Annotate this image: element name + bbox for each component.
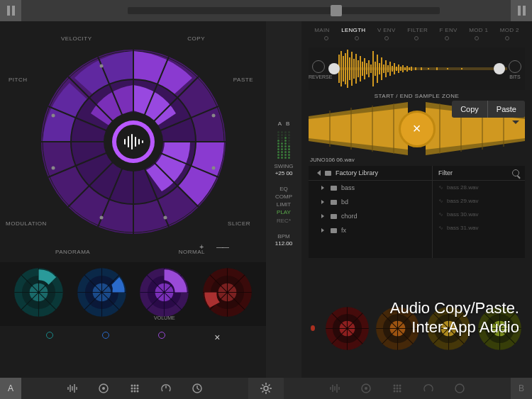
- pattern-b-label: B: [519, 383, 524, 393]
- svg-point-25: [211, 167, 215, 170]
- waveform-mode-icon[interactable]: [329, 383, 340, 394]
- plus-icon[interactable]: +: [199, 243, 204, 251]
- folder-row[interactable]: bd: [309, 195, 432, 209]
- grid-mode-icon[interactable]: [129, 383, 140, 394]
- scrubber-handle[interactable]: [331, 5, 342, 16]
- bits-control[interactable]: BITS: [505, 59, 525, 79]
- folder-icon: [331, 214, 337, 219]
- waveform-mode-icon[interactable]: [67, 383, 78, 394]
- label-a[interactable]: A: [278, 120, 282, 127]
- svg-rect-83: [394, 63, 395, 74]
- pause-button-right[interactable]: [511, 0, 532, 21]
- file-row[interactable]: ∿bass 29.wav: [433, 194, 525, 208]
- tab-mod1[interactable]: MOD 1: [469, 27, 488, 33]
- expand-icon: [321, 186, 326, 190]
- svg-line-164: [269, 391, 270, 393]
- right-mini-1[interactable]: [324, 305, 370, 352]
- ab-selector[interactable]: A B: [278, 120, 290, 127]
- svg-point-21: [99, 64, 103, 68]
- browser-root-row[interactable]: Factory Library: [309, 166, 432, 181]
- file-row[interactable]: ∿bass 28.wav: [433, 181, 525, 194]
- pattern-b-button[interactable]: B: [511, 378, 532, 399]
- waveform-display[interactable]: REVERSE BITS: [309, 47, 525, 90]
- tab-filter[interactable]: FILTER: [407, 27, 428, 33]
- limit-button[interactable]: LIMIT: [275, 201, 292, 208]
- main-circular-sequencer[interactable]: [38, 46, 229, 237]
- svg-rect-81: [389, 62, 391, 76]
- file-label: bass 28.wav: [447, 184, 478, 191]
- svg-line-157: [197, 388, 199, 390]
- svg-point-180: [394, 390, 396, 393]
- timeline-scrubber[interactable]: [128, 7, 440, 14]
- tab-mod2[interactable]: MOD 2: [500, 27, 519, 33]
- eq-button[interactable]: EQ: [275, 185, 292, 193]
- file-row[interactable]: ∿bass 30.wav: [433, 208, 525, 221]
- rec-button[interactable]: REC*: [275, 217, 292, 225]
- level-meter: [277, 131, 290, 159]
- mini-pad-3[interactable]: VOLUME: [138, 266, 191, 319]
- clock-mode-icon[interactable]: [192, 383, 203, 394]
- mini-pad-1[interactable]: [12, 266, 65, 319]
- svg-point-152: [134, 390, 136, 393]
- paste-button[interactable]: Paste: [487, 101, 525, 118]
- svg-point-179: [399, 388, 401, 390]
- file-row[interactable]: ∿bass 31.wav: [433, 221, 525, 235]
- svg-rect-69: [364, 58, 365, 79]
- folder-label: bd: [341, 198, 348, 206]
- svg-rect-59: [343, 56, 344, 82]
- svg-point-146: [134, 385, 136, 387]
- folder-icon: [325, 171, 331, 176]
- mini-pad-2[interactable]: [75, 266, 128, 319]
- reverse-control[interactable]: REVERSE: [309, 59, 328, 79]
- svg-rect-80: [387, 65, 389, 72]
- svg-rect-77: [381, 57, 382, 80]
- swing-readout[interactable]: SWING +25 00: [274, 163, 293, 178]
- mini-pad-4[interactable]: [201, 266, 254, 319]
- svg-rect-73: [372, 51, 374, 86]
- svg-rect-70: [366, 63, 367, 74]
- folder-row[interactable]: fx: [309, 223, 432, 237]
- disc-mode-icon[interactable]: [98, 383, 109, 394]
- dial-mode-icon[interactable]: [423, 383, 434, 394]
- label-b[interactable]: B: [286, 120, 289, 127]
- start-handle[interactable]: [328, 63, 340, 74]
- minus-icon[interactable]: ——: [216, 243, 228, 251]
- svg-rect-78: [383, 64, 384, 73]
- top-bar: [0, 0, 532, 21]
- bpm-readout[interactable]: BPM 112.00: [275, 233, 292, 248]
- indicator-1[interactable]: [46, 332, 53, 339]
- folder-row[interactable]: chord: [309, 209, 432, 223]
- grid-mode-icon[interactable]: [392, 383, 403, 394]
- filter-header[interactable]: Filter: [433, 166, 525, 181]
- tab-length[interactable]: LENGTH: [341, 27, 365, 33]
- overlay-line1: Audio Copy/Paste.: [390, 299, 519, 317]
- folder-icon: [331, 186, 337, 191]
- zone-delete-button[interactable]: ×: [399, 111, 436, 147]
- end-handle[interactable]: [494, 63, 505, 74]
- tab-venv[interactable]: V ENV: [377, 27, 396, 33]
- indicator-3[interactable]: [158, 332, 165, 339]
- indicator-2[interactable]: [102, 332, 109, 339]
- svg-rect-61: [347, 50, 348, 88]
- disc-mode-icon[interactable]: [360, 383, 372, 394]
- comp-button[interactable]: COMP: [275, 193, 292, 201]
- settings-button[interactable]: [248, 378, 284, 399]
- dial-mode-icon[interactable]: [160, 383, 172, 394]
- svg-point-26: [99, 216, 103, 220]
- svg-point-27: [163, 216, 167, 220]
- tab-fenv[interactable]: F ENV: [440, 27, 458, 33]
- clock-mode-icon[interactable]: [454, 383, 465, 394]
- copy-button[interactable]: Copy: [452, 101, 487, 118]
- folder-label: chord: [341, 213, 358, 220]
- folder-row[interactable]: bass: [309, 181, 432, 195]
- indicator-4-close[interactable]: ×: [214, 332, 220, 339]
- left-toolbar: [21, 378, 248, 399]
- sample-zone-visualizer[interactable]: × Copy Paste: [309, 102, 525, 155]
- pattern-a-button[interactable]: A: [0, 378, 21, 399]
- svg-point-183: [455, 384, 464, 393]
- pause-button-left[interactable]: [0, 0, 21, 21]
- tab-main[interactable]: MAIN: [314, 27, 329, 33]
- svg-rect-82: [392, 66, 393, 72]
- play-button[interactable]: PLAY: [275, 208, 292, 216]
- record-indicator-icon[interactable]: [311, 325, 315, 331]
